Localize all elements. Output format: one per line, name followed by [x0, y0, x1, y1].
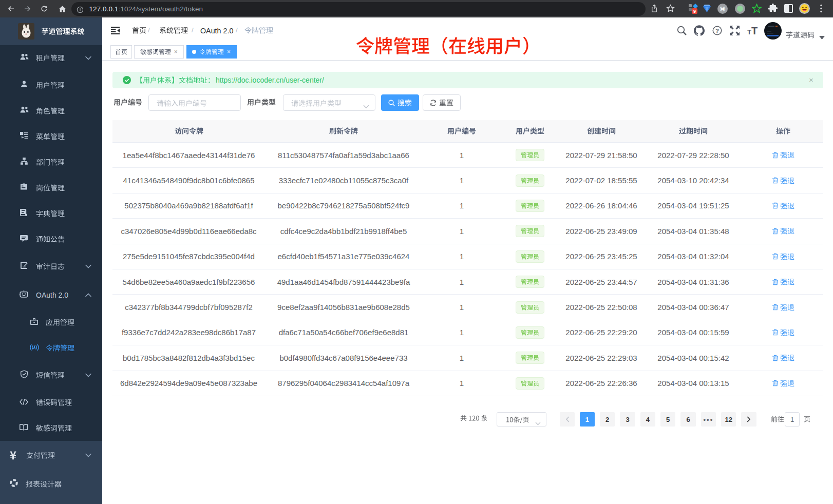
svg-text:9: 9 [693, 9, 696, 14]
svg-text:⌘: ⌘ [720, 6, 726, 13]
svg-text:?: ? [715, 28, 719, 34]
